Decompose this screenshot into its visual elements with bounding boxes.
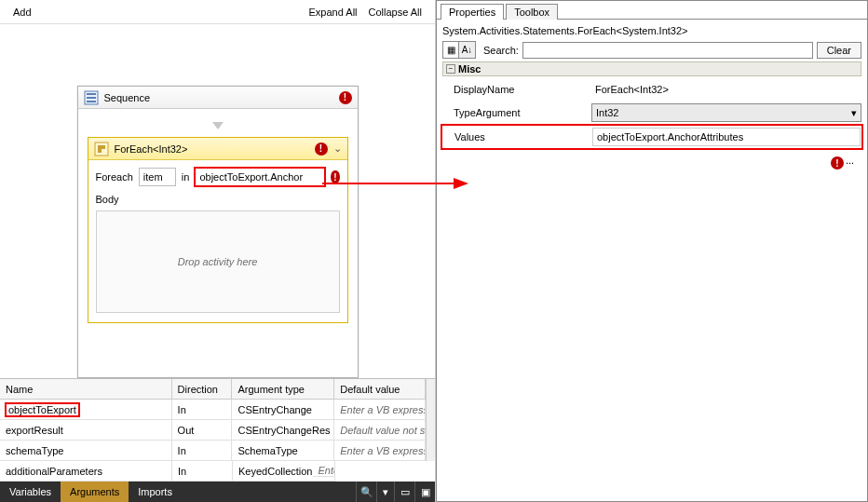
alphabetical-icon[interactable]: A↓: [459, 42, 475, 58]
arg-type[interactable]: SchemaType: [232, 441, 334, 461]
property-search-input[interactable]: [522, 42, 813, 59]
arg-default[interactable]: Enter a VB express: [334, 400, 426, 420]
sequence-header[interactable]: Sequence !: [78, 87, 358, 109]
arg-type[interactable]: KeyedCollectionEnter a VB express: [233, 461, 335, 482]
prop-displayname[interactable]: DisplayName ForEach<Int32>: [442, 79, 861, 100]
svg-rect-1: [87, 93, 96, 95]
zoom-percent[interactable]: ▾: [376, 482, 394, 502]
sequence-title: Sequence: [104, 92, 339, 103]
chevron-down-icon: ▾: [851, 107, 857, 119]
arg-name[interactable]: additionalParameters: [0, 461, 172, 482]
prop-value[interactable]: ForEach<Int32>: [591, 80, 861, 99]
col-name[interactable]: Name: [0, 379, 172, 400]
overview-icon[interactable]: ▭: [394, 482, 414, 502]
arg-direction[interactable]: In: [172, 441, 233, 461]
sequence-icon: [84, 90, 99, 105]
foreach-expression-row: Foreach item in objectToExport.Anchor !: [88, 160, 347, 194]
svg-rect-2: [87, 97, 96, 99]
clear-search-button[interactable]: Clear: [817, 42, 861, 59]
arguments-panel: Name Direction Argument type Default val…: [0, 378, 435, 482]
tab-variables[interactable]: Variables: [0, 482, 61, 502]
arguments-header: Name Direction Argument type Default val…: [0, 379, 435, 400]
expression-editor-button[interactable]: ...: [846, 155, 854, 166]
table-row[interactable]: exportResultOutCSEntryChangeResDefault v…: [0, 420, 435, 441]
table-row[interactable]: objectToExportInCSEntryChangeEnter a VB …: [0, 400, 435, 420]
collapse-all-button[interactable]: Collapse All: [363, 7, 427, 18]
in-label: in: [182, 171, 190, 183]
properties-tabstrip: Properties Toolbox: [441, 3, 867, 19]
foreach-icon: [94, 142, 109, 156]
designer-canvas[interactable]: Sequence ! ForEach<Int32> ! ⌄: [0, 24, 435, 378]
arg-default[interactable]: Enter a VB express: [313, 465, 336, 477]
error-icon: !: [331, 170, 339, 183]
drop-indicator-icon: [212, 122, 224, 129]
col-default[interactable]: Default value: [334, 379, 426, 400]
arg-type[interactable]: CSEntryChangeRes: [232, 420, 334, 441]
error-icon: !: [831, 156, 844, 170]
col-type[interactable]: Argument type: [232, 379, 334, 400]
table-row[interactable]: additionalParametersInKeyedCollectionEnt…: [0, 461, 435, 482]
prop-name: Values: [443, 131, 592, 142]
foreach-activity[interactable]: ForEach<Int32> ! ⌄ Foreach item in objec…: [88, 137, 348, 323]
sequence-activity[interactable]: Sequence ! ForEach<Int32> ! ⌄: [77, 86, 359, 378]
foreach-label: Foreach: [96, 171, 133, 183]
expand-all-button[interactable]: Expand All: [304, 7, 363, 18]
col-direction[interactable]: Direction: [172, 379, 233, 400]
fit-icon[interactable]: ▣: [414, 482, 435, 502]
prop-values-highlight: Values objectToExport.AnchorAttributes: [442, 126, 861, 148]
arg-direction[interactable]: In: [172, 400, 233, 420]
arg-default[interactable]: Enter a VB express: [334, 441, 426, 461]
tab-toolbox[interactable]: Toolbox: [506, 4, 558, 20]
arg-name[interactable]: exportResult: [0, 420, 172, 441]
search-icon[interactable]: 🔍: [356, 482, 376, 502]
arg-default[interactable]: Default value not su: [334, 420, 426, 441]
chevron-down-icon[interactable]: ⌄: [333, 142, 342, 155]
table-row[interactable]: schemaTypeInSchemaTypeEnter a VB express: [0, 441, 435, 461]
item-variable-input[interactable]: item: [139, 168, 176, 186]
arg-name[interactable]: objectToExport: [0, 400, 172, 420]
sort-mode-toggle[interactable]: ▦ A↓: [442, 41, 476, 59]
category-label: Misc: [458, 63, 481, 75]
prop-typeargument[interactable]: TypeArgument Int32 ▾: [442, 102, 861, 123]
prop-value-dropdown[interactable]: Int32 ▾: [591, 103, 861, 122]
foreach-title: ForEach<Int32>: [115, 143, 315, 155]
search-label: Search:: [483, 45, 519, 56]
prop-name: TypeArgument: [442, 107, 591, 118]
foreach-header[interactable]: ForEach<Int32> ! ⌄: [88, 138, 347, 160]
tab-imports[interactable]: Imports: [129, 482, 182, 502]
prop-values[interactable]: Values objectToExport.AnchorAttributes: [443, 127, 861, 147]
designer-toolbar: Add Expand All Collapse All: [0, 0, 435, 24]
body-label: Body: [88, 194, 347, 210]
prop-name: DisplayName: [442, 84, 591, 95]
collapse-icon[interactable]: −: [446, 64, 455, 74]
selected-type: System.Activities.Statements.ForEach<Sys…: [442, 23, 861, 38]
arg-type[interactable]: CSEntryChange: [232, 400, 334, 420]
add-button[interactable]: Add: [7, 7, 37, 18]
tab-arguments[interactable]: Arguments: [61, 482, 129, 502]
body-drop-zone[interactable]: Drop activity here: [96, 210, 340, 313]
properties-pane: Properties Toolbox System.Activities.Sta…: [436, 0, 868, 502]
arg-direction[interactable]: In: [172, 461, 233, 482]
prop-value-input[interactable]: objectToExport.AnchorAttributes: [592, 128, 861, 146]
arg-direction[interactable]: Out: [172, 420, 233, 441]
property-search-row: ▦ A↓ Search: Clear: [442, 41, 861, 59]
category-misc[interactable]: − Misc: [442, 61, 861, 76]
tab-properties[interactable]: Properties: [441, 4, 504, 20]
values-expression-input[interactable]: objectToExport.Anchor: [195, 168, 325, 186]
categorized-icon[interactable]: ▦: [443, 42, 459, 58]
arg-name[interactable]: schemaType: [0, 441, 172, 461]
error-icon: !: [339, 91, 352, 104]
error-icon: !: [315, 142, 328, 156]
bottom-tab-bar: Variables Arguments Imports 🔍 ▾ ▭ ▣: [0, 482, 435, 502]
svg-rect-3: [87, 101, 96, 102]
designer-pane: Add Expand All Collapse All Sequence !: [0, 0, 436, 502]
